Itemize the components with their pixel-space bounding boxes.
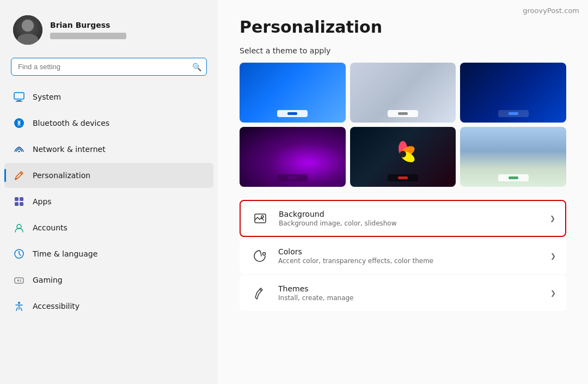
svg-point-5: [15, 179, 17, 180]
sidebar-item-system[interactable]: System: [4, 84, 213, 109]
chevron-right-icon: ❯: [550, 215, 555, 222]
settings-item-themes-text: Themes Install, create, manage: [278, 284, 542, 302]
user-name: Brian Burgess: [50, 21, 126, 29]
sidebar-item-bluetooth[interactable]: Bluetooth & devices: [4, 111, 213, 136]
sidebar-item-bluetooth-label: Bluetooth & devices: [33, 119, 109, 127]
search-input[interactable]: [11, 58, 207, 76]
time-icon: [13, 248, 25, 260]
monitor-icon: [13, 91, 25, 103]
colors-icon: [250, 246, 270, 266]
svg-point-3: [14, 118, 24, 128]
user-email-blur: [50, 33, 126, 39]
chevron-right-icon-themes: ❯: [550, 289, 556, 297]
themes-icon: [250, 283, 270, 303]
theme-card-6[interactable]: [460, 127, 566, 187]
sidebar-item-apps[interactable]: Apps: [4, 189, 213, 214]
svg-rect-8: [15, 202, 19, 206]
sidebar-item-system-label: System: [33, 93, 61, 101]
theme-card-2[interactable]: [350, 63, 456, 123]
watermark: groovyPost.com: [523, 7, 579, 15]
search-box[interactable]: 🔍: [11, 58, 207, 76]
settings-item-background-title: Background: [279, 210, 541, 218]
sidebar-item-personalization-label: Personalization: [33, 171, 90, 180]
sidebar-item-accessibility-label: Accessibility: [33, 302, 79, 310]
settings-item-colors-title: Colors: [278, 247, 542, 256]
sidebar-item-time[interactable]: Time & language: [4, 241, 213, 266]
settings-item-background[interactable]: Background Background image, color, slid…: [240, 200, 566, 237]
settings-item-background-text: Background Background image, color, slid…: [279, 210, 541, 227]
svg-point-22: [263, 253, 266, 255]
settings-item-background-desc: Background image, color, slideshow: [279, 220, 541, 227]
user-section: Brian Burgess: [0, 0, 218, 56]
settings-item-colors-desc: Accent color, transparency effects, colo…: [278, 257, 542, 265]
settings-item-themes[interactable]: Themes Install, create, manage ❯: [240, 275, 566, 311]
nav-list: System Bluetooth & devices: [0, 82, 218, 384]
settings-item-colors-text: Colors Accent color, transparency effect…: [278, 247, 542, 265]
apps-icon: [13, 196, 25, 208]
chevron-right-icon-colors: ❯: [550, 252, 556, 260]
settings-item-themes-title: Themes: [278, 284, 542, 293]
background-icon: [250, 209, 270, 228]
svg-point-19: [400, 151, 406, 157]
settings-list: Background Background image, color, slid…: [240, 200, 566, 311]
sidebar-item-accessibility[interactable]: Accessibility: [4, 294, 213, 319]
svg-point-13: [20, 279, 21, 281]
main-content: Personalization Select a theme to apply: [218, 0, 588, 384]
sidebar-item-gaming[interactable]: Gaming: [4, 267, 213, 292]
gaming-icon: [13, 274, 25, 286]
sidebar-item-personalization[interactable]: Personalization: [4, 163, 213, 188]
search-icon: 🔍: [192, 63, 201, 71]
page-title: Personalization: [240, 17, 566, 36]
svg-point-15: [18, 302, 20, 304]
user-info: Brian Burgess: [50, 21, 126, 39]
accessibility-icon: [13, 300, 25, 312]
bluetooth-icon: [13, 117, 25, 129]
svg-rect-9: [20, 202, 23, 206]
theme-card-5[interactable]: [350, 127, 456, 187]
sidebar-item-accounts[interactable]: Accounts: [4, 215, 213, 240]
sidebar-item-gaming-label: Gaming: [33, 276, 63, 284]
svg-rect-6: [15, 197, 19, 201]
sidebar-item-time-label: Time & language: [33, 249, 97, 258]
paint-icon: [13, 169, 25, 181]
accounts-icon: [13, 222, 25, 234]
svg-point-14: [20, 281, 21, 282]
sidebar-item-accounts-label: Accounts: [33, 223, 68, 232]
network-icon: [13, 143, 25, 155]
themes-grid: [240, 63, 566, 187]
settings-item-colors[interactable]: Colors Accent color, transparency effect…: [240, 238, 566, 274]
sidebar: Brian Burgess 🔍 System: [0, 0, 218, 384]
theme-card-4[interactable]: [240, 127, 346, 187]
svg-rect-7: [20, 197, 23, 201]
sidebar-item-network-label: Network & internet: [33, 145, 106, 154]
avatar: [13, 15, 42, 45]
svg-point-4: [19, 151, 20, 153]
svg-rect-0: [14, 93, 24, 99]
theme-card-3[interactable]: [460, 63, 566, 123]
themes-section-label: Select a theme to apply: [240, 46, 566, 55]
theme-card-1[interactable]: [240, 63, 346, 123]
svg-point-21: [261, 216, 264, 218]
settings-item-themes-desc: Install, create, manage: [278, 294, 542, 302]
sidebar-item-network[interactable]: Network & internet: [4, 137, 213, 162]
sidebar-item-apps-label: Apps: [33, 197, 52, 206]
